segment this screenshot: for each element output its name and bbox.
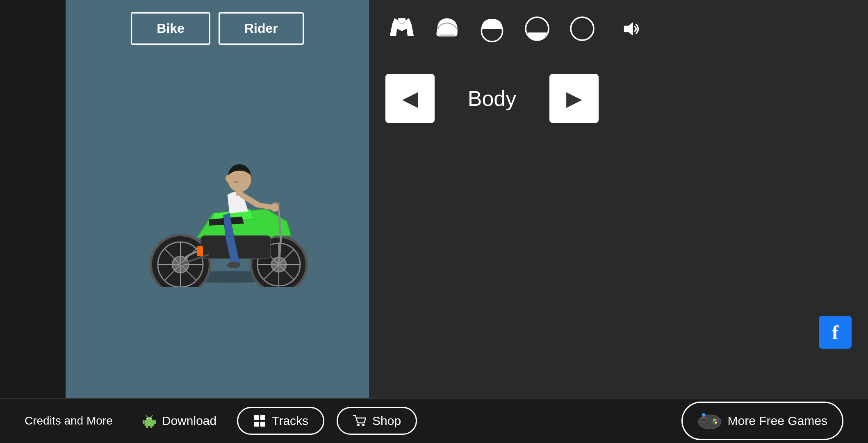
gamepad-icon [697,409,722,433]
right-panel-container: ◀ Body ▶ f [369,0,868,398]
body-selector: ◀ Body ▶ [385,74,852,123]
shop-label: Shop [372,414,401,428]
sound-icon[interactable] [619,16,644,41]
customization-icons [385,12,852,45]
svg-point-49 [715,422,717,424]
svg-line-29 [146,416,147,417]
face2-icon[interactable] [521,12,554,45]
rider-tab[interactable]: Rider [219,12,304,45]
svg-rect-38 [260,422,265,427]
svg-point-27 [147,418,148,419]
svg-rect-26 [144,420,154,426]
more-games-button[interactable]: More Free Games [681,402,843,440]
svg-point-51 [702,413,706,417]
prev-body-button[interactable]: ◀ [385,74,435,123]
svg-rect-33 [146,426,148,428]
suit-icon[interactable] [385,12,418,45]
svg-rect-32 [154,420,156,424]
svg-point-40 [362,424,365,426]
tracks-button[interactable]: Tracks [237,407,324,435]
right-panel: ◀ Body ▶ [369,0,868,398]
left-sidebar [0,0,66,398]
next-body-button[interactable]: ▶ [549,74,599,123]
credits-text: Credits and More [25,414,113,427]
face3-icon[interactable] [566,12,599,45]
svg-rect-45 [701,420,706,421]
bottom-bar: Credits and More Download [0,398,868,443]
svg-point-48 [713,419,715,421]
android-icon [141,413,157,429]
tab-buttons: Bike Rider [131,12,303,45]
shop-button[interactable]: Shop [337,407,417,435]
download-label: Download [162,414,216,428]
svg-point-17 [271,203,279,212]
svg-point-28 [150,418,151,419]
svg-point-39 [357,424,360,426]
bike-rider-image [115,156,320,287]
svg-point-47 [717,420,719,422]
svg-line-30 [151,416,153,417]
bike-tab[interactable]: Bike [131,12,210,45]
body-label: Body [451,86,533,111]
cart-icon [353,414,367,428]
center-panel: Bike Rider [66,0,369,398]
svg-rect-34 [150,426,153,428]
svg-point-20 [226,175,230,182]
svg-rect-16 [197,246,203,256]
svg-rect-37 [254,422,259,427]
tracks-grid-icon [253,414,266,427]
svg-point-24 [571,17,594,40]
svg-point-52 [702,413,704,415]
svg-point-21 [227,262,240,268]
face1-icon[interactable] [476,12,508,45]
rider-image-area [74,57,361,386]
tracks-label: Tracks [272,414,308,428]
more-games-label: More Free Games [728,414,827,428]
svg-rect-35 [254,415,259,420]
helmet-icon[interactable] [431,12,463,45]
svg-rect-36 [260,415,265,420]
download-button[interactable]: Download [133,409,225,433]
svg-rect-31 [143,420,145,424]
svg-marker-25 [624,22,633,36]
facebook-button[interactable]: f [819,316,852,349]
